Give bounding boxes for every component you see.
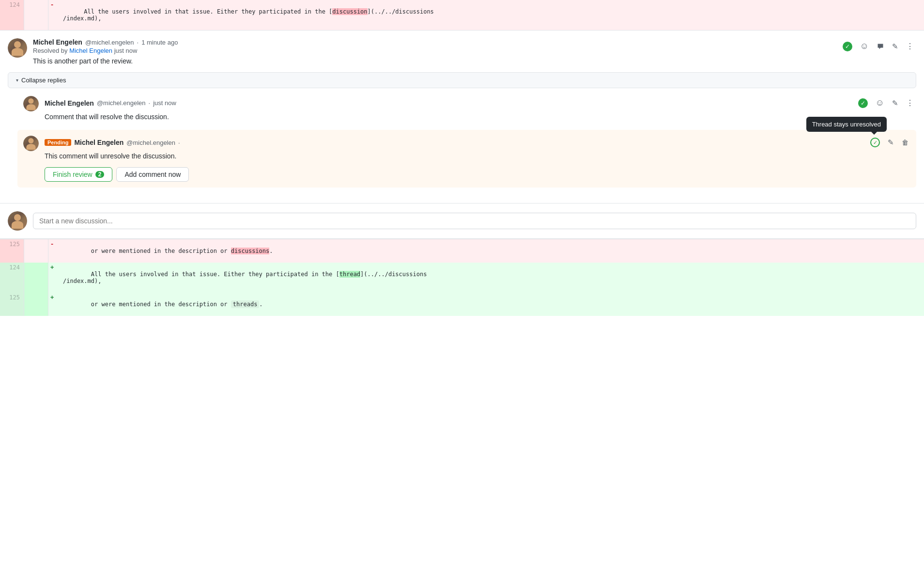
add-comment-label: Add comment now: [124, 171, 181, 178]
diff-sign-plus-125: +: [48, 293, 59, 316]
replies-section: Michel Engelen @michel.engelen · just no…: [8, 96, 916, 188]
diff-row-125-deleted: 125 - or were mentioned in the descripti…: [0, 239, 924, 263]
reply-text-2: This comment will unresolve the discussi…: [45, 151, 910, 161]
resolve-btn-reply-2[interactable]: ✓: [868, 136, 882, 149]
avatar-new-discussion: [8, 211, 27, 231]
check-circle-icon-main: ✓: [843, 42, 852, 51]
reply-text-1: Comment that will resolve the discussion…: [45, 112, 916, 122]
main-comment: Michel Engelen @michel.engelen · 1 minut…: [8, 38, 916, 66]
action-buttons: Finish review 2 Add comment now: [45, 167, 910, 182]
finish-review-label: Finish review: [53, 171, 92, 178]
code-threads: threads: [231, 300, 260, 308]
diff-row-deleted-top: 124 - All the users involved in that iss…: [0, 0, 924, 30]
avatar-main: [8, 38, 27, 58]
diff-content-124-added: All the users involved in that issue. Ei…: [59, 263, 924, 293]
thread-stays-unresolved-tooltip: Thread stays unresolved: [806, 117, 887, 132]
emoji-btn-main[interactable]: ☺: [858, 39, 871, 53]
reply-author-2: Michel Engelen: [74, 139, 123, 146]
bottom-diff-section: 125 - or were mentioned in the descripti…: [0, 239, 924, 316]
resolved-line: Resolved by Michel Engelen just now: [33, 47, 178, 54]
resolve-btn-reply-1[interactable]: ✓: [856, 96, 870, 110]
author-name-main: Michel Engelen: [33, 38, 82, 46]
diff-old-124-added: 124: [0, 263, 24, 293]
diff-sign-minus: -: [48, 0, 59, 30]
diff-row-125-added: 125 + or were mentioned in the descripti…: [0, 293, 924, 316]
reply-author-1: Michel Engelen: [45, 99, 94, 107]
reply-header-1: Michel Engelen @michel.engelen · just no…: [45, 96, 916, 110]
diff-sign-plus-124: +: [48, 263, 59, 293]
edit-btn-reply-1[interactable]: ✎: [890, 97, 900, 109]
comment-body-main: Michel Engelen @michel.engelen · 1 minut…: [33, 38, 916, 66]
pending-badge: Pending: [45, 139, 71, 146]
avatar-reply-1: [23, 96, 39, 111]
reply-handle-1: @michel.engelen: [97, 99, 146, 107]
diff-hl-discussions: discussions: [231, 248, 269, 254]
tooltip-container: Thread stays unresolved ✓: [868, 136, 882, 149]
check-circle-icon-reply-1: ✓: [858, 98, 868, 108]
diff-new-125-added: [24, 293, 48, 316]
new-discussion-row: [0, 203, 924, 239]
page-container: 124 - All the users involved in that iss…: [0, 0, 924, 316]
comment-text-main: This is another part of the review.: [33, 56, 916, 66]
comment-time-main: 1 minute ago: [141, 39, 178, 46]
reply-meta-2: Pending Michel Engelen @michel.engelen ·: [45, 139, 180, 146]
finish-review-count-badge: 2: [95, 171, 105, 178]
new-discussion-input[interactable]: [33, 213, 916, 229]
diff-line-content-top: All the users involved in that issue. Ei…: [59, 0, 924, 30]
collapse-replies-btn[interactable]: ▾ Collapse replies: [8, 72, 916, 88]
reply-handle-2: @michel.engelen: [126, 139, 175, 146]
diff-old-125: 125: [0, 239, 24, 263]
reply-meta-1: Michel Engelen @michel.engelen · just no…: [45, 99, 176, 107]
diff-hl-thread: thread: [339, 271, 360, 278]
check-circle-outline-icon-reply-2: ✓: [870, 138, 880, 147]
resolved-time: just now: [114, 47, 138, 54]
reply-comment-2: Pending Michel Engelen @michel.engelen ·…: [17, 130, 916, 188]
comment-header-main: Michel Engelen @michel.engelen · 1 minut…: [33, 38, 916, 54]
author-handle-main: @michel.engelen: [85, 39, 134, 46]
avatar-reply-2: [23, 136, 39, 151]
diff-new-124-added: [24, 263, 48, 293]
diff-old-125-added: 125: [0, 293, 24, 316]
collapse-replies-label: Collapse replies: [21, 77, 66, 84]
reply-comment-1: Michel Engelen @michel.engelen · just no…: [23, 96, 916, 122]
resolved-by-link[interactable]: Michel Engelen: [69, 47, 112, 54]
reply-header-2: Pending Michel Engelen @michel.engelen ·…: [45, 136, 910, 149]
diff-content-125-deleted: or were mentioned in the description or …: [59, 239, 924, 263]
diff-new-125-empty: [24, 239, 48, 263]
reply-actions-2: Thread stays unresolved ✓ ✎ 🗑: [868, 136, 910, 149]
delete-btn-reply-2[interactable]: 🗑: [900, 137, 910, 148]
diff-new-linenum-empty: [24, 0, 48, 30]
more-btn-reply-1[interactable]: ⋮: [904, 96, 916, 109]
comment-actions-main: ✓ ☺ ✎ ⋮: [841, 39, 916, 53]
diff-content-125-added: or were mentioned in the description or …: [59, 293, 924, 316]
chat-btn-main[interactable]: [875, 41, 886, 52]
edit-btn-main[interactable]: ✎: [890, 40, 900, 53]
add-comment-now-button[interactable]: Add comment now: [116, 167, 189, 182]
emoji-btn-reply-1[interactable]: ☺: [874, 96, 886, 110]
dot-separator: ·: [137, 39, 139, 46]
chevron-down-icon: ▾: [16, 78, 18, 83]
diff-sign-minus-125: -: [48, 239, 59, 263]
reply-body-1: Michel Engelen @michel.engelen · just no…: [45, 96, 916, 122]
comment-meta-main: Michel Engelen @michel.engelen · 1 minut…: [33, 38, 178, 54]
diff-row-124-added: 124 + All the users involved in that iss…: [0, 263, 924, 293]
author-line-main: Michel Engelen @michel.engelen · 1 minut…: [33, 38, 178, 46]
finish-review-button[interactable]: Finish review 2: [45, 167, 112, 182]
comment-thread: Michel Engelen @michel.engelen · 1 minut…: [0, 30, 924, 203]
edit-btn-reply-2[interactable]: ✎: [886, 136, 896, 149]
diff-old-linenum: 124: [0, 0, 24, 30]
reply-time-1: just now: [153, 99, 176, 107]
reply-body-2: Pending Michel Engelen @michel.engelen ·…: [45, 136, 910, 182]
resolve-btn-main[interactable]: ✓: [841, 40, 854, 53]
diff-highlight-discussion: discussion: [332, 8, 367, 15]
reply-actions-1: ✓ ☺ ✎ ⋮: [856, 96, 916, 110]
more-btn-main[interactable]: ⋮: [904, 40, 916, 53]
